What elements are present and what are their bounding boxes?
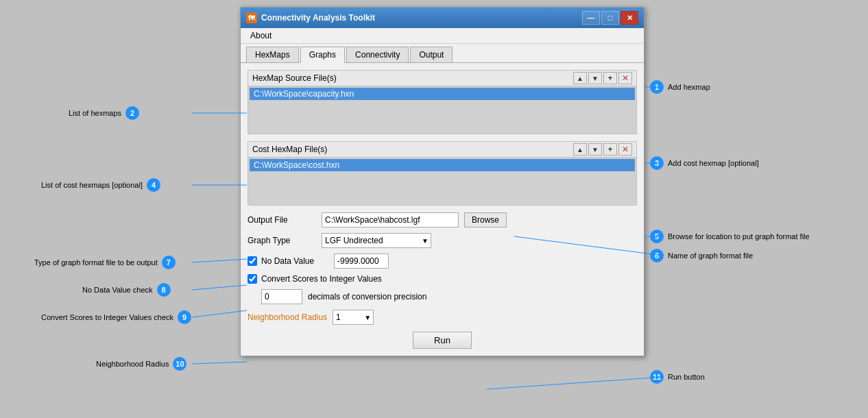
- annotation-bubble-8: 8: [157, 283, 171, 297]
- annotation-10: 10 Neighborhood Radius: [96, 357, 186, 371]
- annotation-label-5: Browse for location to put graph format …: [668, 232, 810, 241]
- svg-line-9: [192, 310, 247, 317]
- tab-output[interactable]: Output: [410, 47, 453, 62]
- annotation-8: 8 No Data Value check: [82, 283, 171, 297]
- annotation-bubble-7: 7: [162, 256, 176, 269]
- hexmap-section: HexMap Source File(s) ▲ ▼ + ✕ C:\WorkSpa…: [248, 70, 637, 134]
- no-data-checkbox[interactable]: [248, 256, 257, 266]
- annotation-2: 2 List of hexmaps: [69, 106, 139, 120]
- annotation-6: 6 Name of graph format file: [650, 249, 753, 262]
- output-file-label: Output File: [248, 215, 316, 225]
- svg-line-4: [487, 377, 664, 389]
- cost-hexmap-up-button[interactable]: ▲: [573, 143, 587, 156]
- close-button[interactable]: ✕: [620, 11, 638, 25]
- tab-connectivity[interactable]: Connectivity: [346, 47, 409, 62]
- annotation-bubble-5: 5: [650, 230, 664, 243]
- hexmap-buttons: ▲ ▼ + ✕: [573, 72, 632, 84]
- run-button[interactable]: Run: [413, 332, 472, 349]
- convert-scores-row: Convert Scores to Integer Values: [248, 274, 637, 284]
- annotation-label-2: List of hexmaps: [69, 109, 121, 117]
- annotation-bubble-11: 11: [650, 370, 664, 384]
- tab-hexmaps[interactable]: HexMaps: [246, 47, 299, 62]
- window-title: Connectivity Analysis Toolkit: [261, 13, 375, 23]
- hexmap-down-button[interactable]: ▼: [588, 72, 602, 84]
- graph-type-select[interactable]: LGF Undirected LGF Directed GML DOT: [322, 233, 431, 248]
- svg-line-7: [192, 259, 247, 262]
- output-file-row: Output File Browse: [248, 212, 637, 228]
- no-data-input[interactable]: [334, 254, 389, 269]
- graph-type-row: Graph Type LGF Undirected LGF Directed G…: [248, 233, 637, 248]
- app-icon: 🗺: [246, 12, 257, 23]
- annotation-7: 7 Type of graph format file to be output: [34, 256, 176, 269]
- annotation-bubble-10: 10: [173, 357, 186, 371]
- no-data-row: No Data Value: [248, 254, 637, 269]
- cost-hexmap-label: Cost HexMap File(s): [252, 145, 573, 154]
- cost-hexmap-down-button[interactable]: ▼: [588, 143, 602, 156]
- hexmap-list: C:\WorkSpace\capacity.hxn: [248, 86, 637, 134]
- graph-type-select-wrap: LGF Undirected LGF Directed GML DOT ▼: [322, 233, 431, 248]
- tabbar: HexMaps Graphs Connectivity Output: [241, 44, 644, 63]
- annotation-bubble-2: 2: [125, 106, 139, 120]
- no-data-label: No Data Value: [261, 256, 330, 266]
- menubar: About: [241, 28, 644, 44]
- annotation-11: 11 Run button: [650, 370, 705, 384]
- main-window: 🗺 Connectivity Analysis Toolkit — □ ✕ Ab…: [240, 7, 644, 356]
- hexmap-header: HexMap Source File(s) ▲ ▼ + ✕: [248, 70, 637, 86]
- cost-hexmap-delete-button[interactable]: ✕: [618, 143, 632, 156]
- svg-line-10: [192, 362, 247, 364]
- tab-graphs[interactable]: Graphs: [300, 47, 345, 63]
- output-file-input[interactable]: [322, 212, 459, 228]
- titlebar: 🗺 Connectivity Analysis Toolkit — □ ✕: [241, 8, 644, 28]
- annotation-9: 9 Convert Scores to Integer Values check: [41, 310, 191, 324]
- cost-hexmap-section: Cost HexMap File(s) ▲ ▼ + ✕ C:\WorkSpace…: [248, 141, 637, 206]
- maximize-button[interactable]: □: [601, 11, 619, 25]
- hexmap-up-button[interactable]: ▲: [573, 72, 587, 84]
- annotation-bubble-3: 3: [650, 156, 664, 170]
- titlebar-controls: — □ ✕: [582, 11, 638, 25]
- annotation-label-3: Add cost hexmap [optional]: [668, 159, 759, 167]
- decimals-row: decimals of conversion precision: [261, 289, 637, 304]
- cost-hexmap-buttons: ▲ ▼ + ✕: [573, 143, 632, 156]
- graph-type-label: Graph Type: [248, 236, 316, 245]
- annotation-label-4: List of cost hexmaps [optional]: [41, 181, 143, 189]
- annotation-bubble-6: 6: [650, 249, 664, 262]
- cost-hexmap-list: C:\WorkSpace\cost.hxn: [248, 158, 637, 206]
- hexmap-add-button[interactable]: +: [603, 72, 617, 84]
- decimals-input[interactable]: [261, 289, 302, 304]
- annotation-label-8: No Data Value check: [82, 286, 153, 294]
- browse-button[interactable]: Browse: [464, 212, 507, 228]
- cost-hexmap-header: Cost HexMap File(s) ▲ ▼ + ✕: [248, 141, 637, 158]
- neighborhood-row: Neighborhood Radius 1 2 3 ▼: [248, 310, 637, 325]
- annotation-bubble-9: 9: [178, 310, 191, 324]
- run-row: Run: [248, 332, 637, 349]
- hexmap-delete-button[interactable]: ✕: [618, 72, 632, 84]
- titlebar-left: 🗺 Connectivity Analysis Toolkit: [246, 12, 375, 23]
- about-menu[interactable]: About: [246, 29, 276, 42]
- hexmap-label: HexMap Source File(s): [252, 73, 573, 83]
- svg-line-8: [192, 285, 247, 290]
- annotation-bubble-1: 1: [650, 80, 664, 94]
- annotation-label-7: Type of graph format file to be output: [34, 258, 158, 267]
- annotation-bubble-4: 4: [147, 178, 160, 192]
- neighborhood-select[interactable]: 1 2 3: [333, 310, 374, 325]
- annotation-4: 4 List of cost hexmaps [optional]: [41, 178, 160, 192]
- cost-hexmap-add-button[interactable]: +: [603, 143, 617, 156]
- annotation-label-11: Run button: [668, 373, 705, 381]
- convert-scores-checkbox[interactable]: [248, 274, 257, 284]
- convert-scores-label: Convert Scores to Integer Values: [261, 274, 382, 284]
- hexmap-file-item[interactable]: C:\WorkSpace\capacity.hxn: [250, 88, 635, 100]
- cost-hexmap-file-item[interactable]: C:\WorkSpace\cost.hxn: [250, 159, 635, 171]
- neighborhood-select-wrap: 1 2 3 ▼: [333, 310, 374, 325]
- annotation-label-10: Neighborhood Radius: [96, 360, 169, 368]
- neighborhood-label: Neighborhood Radius: [248, 312, 327, 322]
- content-area: HexMap Source File(s) ▲ ▼ + ✕ C:\WorkSpa…: [241, 63, 644, 356]
- annotation-3: 3 Add cost hexmap [optional]: [650, 156, 759, 170]
- annotation-5: 5 Browse for location to put graph forma…: [650, 230, 810, 243]
- annotation-1: 1 Add hexmap: [650, 80, 710, 94]
- annotation-label-6: Name of graph format file: [668, 251, 753, 260]
- annotation-label-9: Convert Scores to Integer Values check: [41, 313, 173, 321]
- minimize-button[interactable]: —: [582, 11, 600, 25]
- annotation-label-1: Add hexmap: [668, 83, 710, 91]
- decimals-suffix: decimals of conversion precision: [308, 292, 426, 302]
